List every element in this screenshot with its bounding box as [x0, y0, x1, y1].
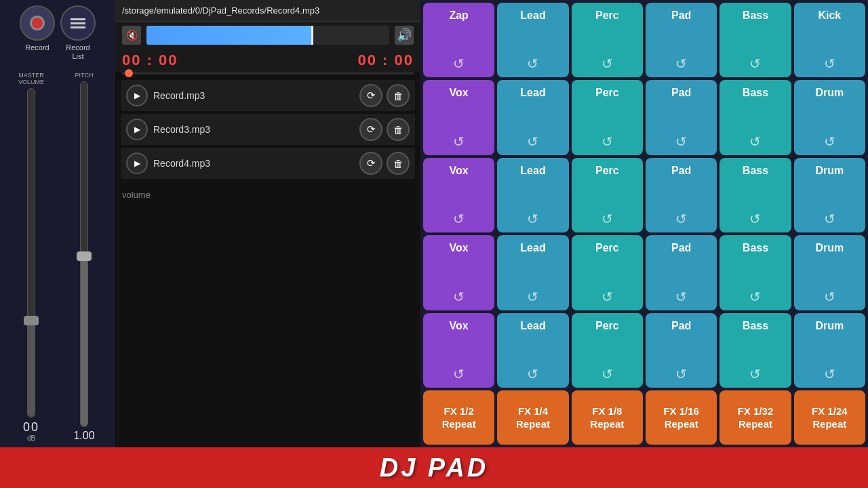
seek-thumb: [125, 69, 133, 77]
pad-kick-1[interactable]: Kick ↺: [794, 3, 865, 77]
file-path: /storage/emulated/0/DjPad_Records/Record…: [122, 5, 319, 16]
bottom-bar: DJ PAD: [0, 447, 868, 488]
share-button-1[interactable]: ⟳: [359, 84, 382, 107]
record-list-button[interactable]: [60, 5, 96, 41]
play-button-1[interactable]: ▶: [126, 85, 148, 106]
record-list-button-group: RecordList: [60, 5, 96, 61]
pad-pad-2[interactable]: Pad ↺: [646, 80, 717, 155]
delete-button-2[interactable]: 🗑: [387, 118, 410, 141]
master-volume-label: MASTERVOLUME: [18, 72, 44, 85]
action-btns-2: ⟳ 🗑: [359, 118, 410, 141]
mute-button[interactable]: 🔇: [122, 26, 141, 45]
pad-vox-4[interactable]: Vox ↺: [423, 235, 494, 310]
fx-1-32-button[interactable]: FX 1/32Repeat: [719, 390, 791, 445]
master-volume-col: MASTERVOLUME 00 dB: [7, 72, 56, 442]
pad-perc-1[interactable]: Perc ↺: [572, 3, 643, 77]
pitch-label: PITCH: [75, 72, 94, 79]
pad-drum-2[interactable]: Drum ↺: [794, 80, 865, 155]
file-path-bar: /storage/emulated/0/DjPad_Records/Record…: [115, 0, 420, 22]
fx-1-24-button[interactable]: FX 1/24Repeat: [794, 390, 865, 445]
pad-perc-5[interactable]: Perc ↺: [572, 313, 643, 388]
play-button-3[interactable]: ▶: [126, 152, 148, 174]
fx-row: FX 1/2Repeat FX 1/4Repeat FX 1/8Repeat F…: [423, 390, 865, 445]
record-name-3: Record4.mp3: [153, 158, 354, 169]
pitch-track[interactable]: [80, 81, 88, 427]
pad-lead-1[interactable]: Lead ↺: [497, 3, 568, 77]
share-button-2[interactable]: ⟳: [359, 118, 382, 141]
pad-bass-4[interactable]: Bass ↺: [719, 235, 791, 310]
pad-lead-4[interactable]: Lead ↺: [497, 235, 568, 310]
db-value: 00: [23, 420, 39, 434]
pad-row-4: Vox ↺ Lead ↺ Perc ↺ Pad ↺ Bass ↺ Drum ↺: [423, 235, 865, 310]
pad-pad-5[interactable]: Pad ↺: [646, 313, 717, 388]
time-current: 00 : 00: [122, 52, 178, 69]
sidebar: Record RecordList MASTERVOLUME 00 dB: [0, 0, 115, 447]
action-btns-1: ⟳ 🗑: [359, 84, 410, 107]
record-list: ▶ Record.mp3 ⟳ 🗑 ▶ Record3.mp3 ⟳ 🗑 ▶ Rec…: [115, 75, 420, 184]
record-name-2: Record3.mp3: [153, 124, 354, 135]
pad-grid: Zap ↺ Lead ↺ Perc ↺ Pad ↺ Bass ↺ Kick ↺ …: [420, 0, 868, 447]
waveform-bar: 🔇 🔊: [115, 22, 420, 49]
pitch-col: PITCH 1.00: [60, 72, 108, 442]
delete-button-1[interactable]: 🗑: [387, 84, 410, 107]
seek-bar[interactable]: [122, 72, 414, 75]
pad-perc-2[interactable]: Perc ↺: [572, 80, 643, 155]
time-bar: 00 : 00 00 : 00: [115, 49, 420, 72]
record-list-label: RecordList: [66, 43, 90, 61]
pad-drum-4[interactable]: Drum ↺: [794, 235, 865, 310]
waveform-thumb: [311, 26, 313, 45]
waveform-track[interactable]: [146, 26, 389, 45]
pad-row-1: Zap ↺ Lead ↺ Perc ↺ Pad ↺ Bass ↺ Kick ↺: [423, 3, 865, 77]
volume-label: volume: [115, 184, 420, 205]
pad-pad-1[interactable]: Pad ↺: [646, 3, 717, 77]
pad-pad-3[interactable]: Pad ↺: [646, 158, 717, 232]
record-label: Record: [25, 43, 49, 52]
dj-pad-logo: DJ PAD: [380, 453, 489, 483]
volume-button[interactable]: 🔊: [395, 26, 414, 45]
pad-pad-4[interactable]: Pad ↺: [646, 235, 717, 310]
pad-vox-5[interactable]: Vox ↺: [423, 313, 494, 388]
pad-row-3: Vox ↺ Lead ↺ Perc ↺ Pad ↺ Bass ↺ Drum ↺: [423, 158, 865, 232]
pad-zap[interactable]: Zap ↺: [423, 3, 494, 77]
waveform-progress: [146, 26, 311, 45]
pad-row-5: Vox ↺ Lead ↺ Perc ↺ Pad ↺ Bass ↺ Drum ↺: [423, 313, 865, 388]
pad-drum-5[interactable]: Drum ↺: [794, 313, 865, 388]
record-item: ▶ Record.mp3 ⟳ 🗑: [121, 80, 415, 111]
record-item: ▶ Record4.mp3 ⟳ 🗑: [121, 148, 415, 179]
pad-drum-3[interactable]: Drum ↺: [794, 158, 865, 232]
master-volume-track[interactable]: [27, 88, 35, 418]
record-item: ▶ Record3.mp3 ⟳ 🗑: [121, 114, 415, 145]
pad-lead-3[interactable]: Lead ↺: [497, 158, 568, 232]
record-button[interactable]: [20, 5, 55, 41]
record-name-1: Record.mp3: [153, 90, 354, 101]
delete-button-3[interactable]: 🗑: [387, 152, 410, 175]
fx-1-8-button[interactable]: FX 1/8Repeat: [572, 390, 643, 445]
play-button-2[interactable]: ▶: [126, 119, 148, 140]
time-total: 00 : 00: [358, 52, 414, 69]
pad-bass-3[interactable]: Bass ↺: [719, 158, 791, 232]
fx-1-2-button[interactable]: FX 1/2Repeat: [423, 390, 494, 445]
record-icon: [30, 16, 45, 30]
pad-perc-3[interactable]: Perc ↺: [572, 158, 643, 232]
fx-1-16-button[interactable]: FX 1/16Repeat: [646, 390, 717, 445]
pad-row-2: Vox ↺ Lead ↺ Perc ↺ Pad ↺ Bass ↺ Drum ↺: [423, 80, 865, 155]
pad-vox-3[interactable]: Vox ↺: [423, 158, 494, 232]
pad-bass-1[interactable]: Bass ↺: [719, 3, 791, 77]
pad-lead-2[interactable]: Lead ↺: [497, 80, 568, 155]
pad-lead-5[interactable]: Lead ↺: [497, 313, 568, 388]
share-button-3[interactable]: ⟳: [359, 152, 382, 175]
record-button-group: Record: [20, 5, 55, 61]
pitch-value: 1.00: [73, 430, 94, 442]
pad-bass-2[interactable]: Bass ↺: [719, 80, 791, 155]
pad-perc-4[interactable]: Perc ↺: [572, 235, 643, 310]
db-label: dB: [23, 434, 39, 442]
pad-vox-2[interactable]: Vox ↺: [423, 80, 494, 155]
list-icon: [71, 18, 85, 28]
action-btns-3: ⟳ 🗑: [359, 152, 410, 175]
fx-1-4-button[interactable]: FX 1/4Repeat: [497, 390, 568, 445]
pad-bass-5[interactable]: Bass ↺: [719, 313, 791, 388]
record-area: /storage/emulated/0/DjPad_Records/Record…: [115, 0, 420, 447]
